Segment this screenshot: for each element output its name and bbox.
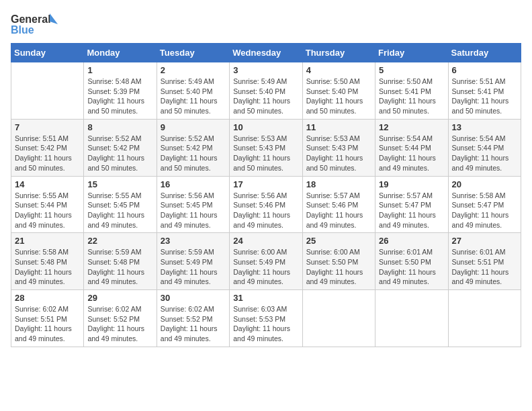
day-number: 22 bbox=[87, 236, 152, 246]
day-header-tuesday: Tuesday bbox=[157, 44, 229, 62]
day-number: 13 bbox=[452, 122, 517, 132]
day-cell: 17Sunrise: 5:56 AM Sunset: 5:46 PM Dayli… bbox=[230, 176, 302, 233]
day-cell: 29Sunrise: 6:02 AM Sunset: 5:52 PM Dayli… bbox=[84, 290, 157, 347]
day-info: Sunrise: 5:54 AM Sunset: 5:44 PM Dayligh… bbox=[379, 134, 444, 173]
day-header-sunday: Sunday bbox=[11, 44, 84, 62]
days-header-row: SundayMondayTuesdayWednesdayThursdayFrid… bbox=[11, 44, 521, 62]
day-number: 8 bbox=[87, 122, 152, 132]
day-number: 29 bbox=[87, 293, 152, 303]
day-cell: 31Sunrise: 6:03 AM Sunset: 5:53 PM Dayli… bbox=[230, 290, 302, 347]
day-info: Sunrise: 6:02 AM Sunset: 5:51 PM Dayligh… bbox=[15, 304, 80, 344]
day-info: Sunrise: 5:55 AM Sunset: 5:44 PM Dayligh… bbox=[15, 191, 80, 230]
day-cell: 2Sunrise: 5:49 AM Sunset: 5:40 PM Daylig… bbox=[157, 62, 229, 120]
week-row-0: 1Sunrise: 5:48 AM Sunset: 5:39 PM Daylig… bbox=[11, 62, 521, 120]
day-number: 25 bbox=[306, 236, 371, 246]
day-number: 7 bbox=[15, 122, 80, 132]
day-header-saturday: Saturday bbox=[448, 44, 521, 62]
day-cell: 16Sunrise: 5:56 AM Sunset: 5:45 PM Dayli… bbox=[157, 176, 229, 233]
day-info: Sunrise: 6:00 AM Sunset: 5:50 PM Dayligh… bbox=[306, 247, 371, 287]
day-number: 16 bbox=[161, 179, 226, 189]
logo-svg: GeneralBlue bbox=[11, 11, 64, 38]
day-number: 3 bbox=[233, 65, 298, 75]
logo: GeneralBlue bbox=[11, 11, 64, 38]
day-cell: 24Sunrise: 6:00 AM Sunset: 5:49 PM Dayli… bbox=[230, 233, 302, 290]
day-info: Sunrise: 5:50 AM Sunset: 5:41 PM Dayligh… bbox=[379, 77, 444, 116]
day-number: 5 bbox=[379, 65, 444, 75]
day-number: 6 bbox=[452, 65, 517, 75]
day-info: Sunrise: 5:58 AM Sunset: 5:48 PM Dayligh… bbox=[15, 247, 80, 287]
day-number: 19 bbox=[379, 179, 444, 189]
day-info: Sunrise: 5:50 AM Sunset: 5:40 PM Dayligh… bbox=[306, 77, 371, 116]
day-cell: 30Sunrise: 6:02 AM Sunset: 5:52 PM Dayli… bbox=[157, 290, 229, 347]
day-cell: 5Sunrise: 5:50 AM Sunset: 5:41 PM Daylig… bbox=[375, 62, 448, 120]
day-cell: 1Sunrise: 5:48 AM Sunset: 5:39 PM Daylig… bbox=[84, 62, 157, 120]
week-row-2: 14Sunrise: 5:55 AM Sunset: 5:44 PM Dayli… bbox=[11, 176, 521, 233]
day-info: Sunrise: 6:02 AM Sunset: 5:52 PM Dayligh… bbox=[87, 304, 152, 344]
calendar-table: SundayMondayTuesdayWednesdayThursdayFrid… bbox=[11, 43, 521, 347]
day-header-monday: Monday bbox=[84, 44, 157, 62]
day-info: Sunrise: 6:02 AM Sunset: 5:52 PM Dayligh… bbox=[161, 304, 226, 344]
day-number: 18 bbox=[306, 179, 371, 189]
day-number: 10 bbox=[233, 122, 298, 132]
day-number: 23 bbox=[161, 236, 226, 246]
week-row-3: 21Sunrise: 5:58 AM Sunset: 5:48 PM Dayli… bbox=[11, 233, 521, 290]
day-cell: 6Sunrise: 5:51 AM Sunset: 5:41 PM Daylig… bbox=[448, 62, 521, 120]
day-info: Sunrise: 5:54 AM Sunset: 5:44 PM Dayligh… bbox=[452, 134, 517, 173]
day-header-friday: Friday bbox=[375, 44, 448, 62]
day-cell: 11Sunrise: 5:53 AM Sunset: 5:43 PM Dayli… bbox=[302, 119, 375, 176]
day-number: 9 bbox=[161, 122, 226, 132]
day-info: Sunrise: 6:01 AM Sunset: 5:51 PM Dayligh… bbox=[452, 247, 517, 287]
day-cell: 27Sunrise: 6:01 AM Sunset: 5:51 PM Dayli… bbox=[448, 233, 521, 290]
day-info: Sunrise: 5:57 AM Sunset: 5:46 PM Dayligh… bbox=[306, 191, 371, 230]
day-cell: 12Sunrise: 5:54 AM Sunset: 5:44 PM Dayli… bbox=[375, 119, 448, 176]
day-info: Sunrise: 5:53 AM Sunset: 5:43 PM Dayligh… bbox=[306, 134, 371, 173]
day-info: Sunrise: 5:48 AM Sunset: 5:39 PM Dayligh… bbox=[87, 77, 152, 116]
svg-text:General: General bbox=[11, 13, 51, 25]
day-cell: 3Sunrise: 5:49 AM Sunset: 5:40 PM Daylig… bbox=[230, 62, 302, 120]
svg-marker-2 bbox=[50, 13, 58, 24]
day-number: 27 bbox=[452, 236, 517, 246]
week-row-1: 7Sunrise: 5:51 AM Sunset: 5:42 PM Daylig… bbox=[11, 119, 521, 176]
day-cell: 7Sunrise: 5:51 AM Sunset: 5:42 PM Daylig… bbox=[11, 119, 84, 176]
day-info: Sunrise: 5:58 AM Sunset: 5:47 PM Dayligh… bbox=[452, 191, 517, 230]
day-cell: 18Sunrise: 5:57 AM Sunset: 5:46 PM Dayli… bbox=[302, 176, 375, 233]
day-number: 2 bbox=[161, 65, 226, 75]
day-number: 17 bbox=[233, 179, 298, 189]
day-info: Sunrise: 6:00 AM Sunset: 5:49 PM Dayligh… bbox=[233, 247, 298, 287]
header: GeneralBlue bbox=[11, 11, 521, 38]
day-info: Sunrise: 6:03 AM Sunset: 5:53 PM Dayligh… bbox=[233, 304, 298, 344]
day-number: 24 bbox=[233, 236, 298, 246]
day-number: 20 bbox=[452, 179, 517, 189]
day-cell: 14Sunrise: 5:55 AM Sunset: 5:44 PM Dayli… bbox=[11, 176, 84, 233]
day-number: 26 bbox=[379, 236, 444, 246]
day-cell: 23Sunrise: 5:59 AM Sunset: 5:49 PM Dayli… bbox=[157, 233, 229, 290]
day-number: 11 bbox=[306, 122, 371, 132]
day-info: Sunrise: 5:56 AM Sunset: 5:46 PM Dayligh… bbox=[233, 191, 298, 230]
day-info: Sunrise: 5:52 AM Sunset: 5:42 PM Dayligh… bbox=[161, 134, 226, 173]
day-cell: 15Sunrise: 5:55 AM Sunset: 5:45 PM Dayli… bbox=[84, 176, 157, 233]
day-number: 31 bbox=[233, 293, 298, 303]
day-cell: 8Sunrise: 5:52 AM Sunset: 5:42 PM Daylig… bbox=[84, 119, 157, 176]
day-cell: 26Sunrise: 6:01 AM Sunset: 5:50 PM Dayli… bbox=[375, 233, 448, 290]
day-info: Sunrise: 5:57 AM Sunset: 5:47 PM Dayligh… bbox=[379, 191, 444, 230]
day-cell bbox=[375, 290, 448, 347]
day-cell bbox=[11, 62, 84, 120]
day-cell: 28Sunrise: 6:02 AM Sunset: 5:51 PM Dayli… bbox=[11, 290, 84, 347]
day-info: Sunrise: 5:59 AM Sunset: 5:49 PM Dayligh… bbox=[161, 247, 226, 287]
day-cell: 9Sunrise: 5:52 AM Sunset: 5:42 PM Daylig… bbox=[157, 119, 229, 176]
day-info: Sunrise: 5:59 AM Sunset: 5:48 PM Dayligh… bbox=[87, 247, 152, 287]
day-cell: 10Sunrise: 5:53 AM Sunset: 5:43 PM Dayli… bbox=[230, 119, 302, 176]
day-number: 28 bbox=[15, 293, 80, 303]
svg-text:Blue: Blue bbox=[11, 24, 34, 36]
day-header-thursday: Thursday bbox=[302, 44, 375, 62]
day-number: 15 bbox=[87, 179, 152, 189]
day-info: Sunrise: 5:51 AM Sunset: 5:42 PM Dayligh… bbox=[15, 134, 80, 173]
day-info: Sunrise: 5:51 AM Sunset: 5:41 PM Dayligh… bbox=[452, 77, 517, 116]
day-cell: 25Sunrise: 6:00 AM Sunset: 5:50 PM Dayli… bbox=[302, 233, 375, 290]
day-number: 21 bbox=[15, 236, 80, 246]
day-info: Sunrise: 5:52 AM Sunset: 5:42 PM Dayligh… bbox=[87, 134, 152, 173]
day-number: 12 bbox=[379, 122, 444, 132]
day-info: Sunrise: 5:53 AM Sunset: 5:43 PM Dayligh… bbox=[233, 134, 298, 173]
day-number: 30 bbox=[161, 293, 226, 303]
day-cell: 21Sunrise: 5:58 AM Sunset: 5:48 PM Dayli… bbox=[11, 233, 84, 290]
